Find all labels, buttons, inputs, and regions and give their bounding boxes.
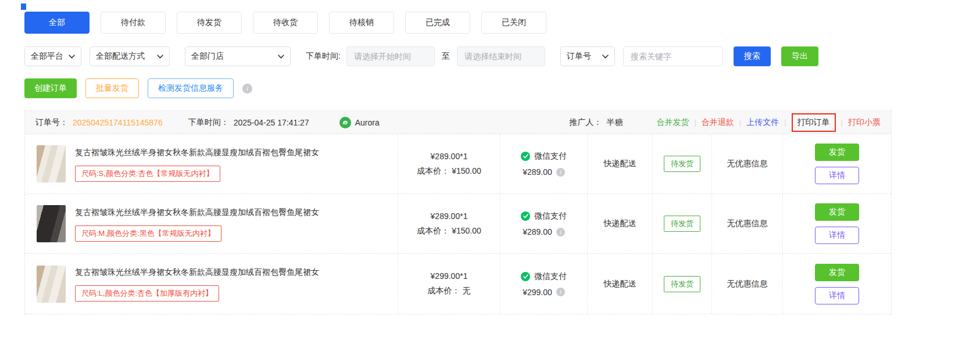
product-image[interactable]: [37, 145, 66, 182]
order-no-value[interactable]: 20250425174115145876: [73, 118, 163, 127]
amount-info-icon[interactable]: i: [556, 168, 565, 177]
product-spec-tag: 尺码:S,颜色分类:杏色【常规版无内衬】: [75, 166, 220, 182]
export-button[interactable]: 导出: [781, 46, 818, 66]
pay-method-line: 微信支付: [521, 151, 567, 162]
order-management-page: 全部 待付款 待发货 待收货 待核销 已完成 已关闭 全部平台 全部配送方式 全…: [0, 0, 980, 314]
price-cell: ¥289.00*1 成本价： ¥150.00: [398, 134, 500, 193]
product-cell: 复古褶皱珠光丝绒半身裙女秋冬新款高腰显瘦加绒百褶包臀鱼尾裙女 尺码:S,颜色分类…: [25, 134, 398, 193]
ship-button[interactable]: 发货: [815, 144, 859, 161]
tab-pending-receipt[interactable]: 待收货: [253, 12, 318, 34]
pay-amount: ¥289.00: [523, 227, 552, 236]
product-title[interactable]: 复古褶皱珠光丝绒半身裙女秋冬新款高腰显瘦加绒百褶包臀鱼尾裙女: [75, 146, 319, 158]
order-item-row: 复古褶皱珠光丝绒半身裙女秋冬新款高腰显瘦加绒百褶包臀鱼尾裙女 尺码:L,颜色分类…: [25, 254, 891, 314]
discount-info: 无优惠信息: [727, 218, 768, 229]
pay-method: 微信支付: [534, 211, 567, 221]
order-time-label: 下单时间：: [188, 117, 229, 128]
order-group-header: 订单号： 20250425174115145876 下单时间： 2025-04-…: [25, 111, 891, 134]
info-icon[interactable]: i: [242, 84, 252, 94]
batch-ship-button[interactable]: 批量发货: [85, 78, 139, 98]
status-cell: 待发货: [653, 194, 712, 253]
print-receipt-link[interactable]: 打印小票: [848, 117, 881, 128]
delivery-cell: 快递配送: [588, 254, 653, 314]
operations-bar: 创建订单 批量发货 检测发货信息服务 i: [24, 78, 980, 98]
aurora-channel-icon: [339, 117, 351, 128]
channel-badge: Aurora: [339, 117, 380, 128]
end-time-input[interactable]: [457, 46, 545, 66]
pay-amount: ¥289.00: [523, 167, 552, 177]
chevron-down-icon: [278, 55, 284, 59]
order-links: 合并发货 | 合并退款 | 上传文件 | 打印订单 | 打印小票: [656, 113, 881, 132]
delivery-cell: 快递配送: [588, 134, 653, 193]
keyword-input[interactable]: [623, 46, 723, 66]
payment-cell: 微信支付 ¥289.00 i: [500, 194, 588, 253]
time-range-to-label: 至: [442, 51, 450, 62]
detail-button[interactable]: 详情: [815, 287, 859, 304]
order-no-label: 订单号：: [35, 117, 68, 128]
print-order-link[interactable]: 打印订单: [797, 117, 830, 127]
search-type-select-value: 订单号: [567, 51, 591, 62]
status-cell: 待发货: [653, 134, 712, 193]
product-spec-tag: 尺码:M,颜色分类:黑色【常规版无内衬】: [75, 225, 221, 242]
pay-method-line: 微信支付: [521, 271, 567, 282]
product-image[interactable]: [37, 266, 66, 303]
detail-button[interactable]: 详情: [815, 167, 859, 184]
tab-pending-verification[interactable]: 待核销: [329, 12, 394, 34]
filter-bar: 全部平台 全部配送方式 全部门店 下单时间: 至 订单号: [24, 46, 980, 66]
upload-file-link[interactable]: 上传文件: [746, 117, 779, 128]
product-info: 复古褶皱珠光丝绒半身裙女秋冬新款高腰显瘦加绒百褶包臀鱼尾裙女 尺码:L,颜色分类…: [75, 266, 319, 302]
product-title[interactable]: 复古褶皱珠光丝绒半身裙女秋冬新款高腰显瘦加绒百褶包臀鱼尾裙女: [75, 266, 319, 278]
chevron-down-icon: [157, 55, 163, 59]
price-cell: ¥299.00*1 成本价： 无: [398, 254, 500, 314]
chevron-down-icon: [69, 55, 75, 59]
ship-button[interactable]: 发货: [815, 264, 859, 281]
detail-button[interactable]: 详情: [815, 227, 859, 244]
link-divider: |: [694, 118, 696, 127]
status-badge: 待发货: [664, 156, 700, 172]
merge-refund-link[interactable]: 合并退款: [702, 117, 734, 128]
delivery-mode-select[interactable]: 全部配送方式: [90, 46, 170, 66]
pay-amount-line: ¥289.00 i: [523, 167, 565, 177]
store-select[interactable]: 全部门店: [185, 46, 291, 66]
row-actions-cell: 发货 详情: [783, 134, 891, 193]
pay-amount-line: ¥299.00 i: [523, 288, 565, 297]
price-cell: ¥289.00*1 成本价： ¥150.00: [398, 194, 500, 253]
amount-info-icon[interactable]: i: [556, 288, 565, 296]
discount-cell: 无优惠信息: [712, 254, 783, 314]
tab-pending-payment[interactable]: 待付款: [101, 12, 166, 34]
order-item-row: 复古褶皱珠光丝绒半身裙女秋冬新款高腰显瘦加绒百褶包臀鱼尾裙女 尺码:M,颜色分类…: [25, 194, 891, 254]
promoter-label: 推广人：: [569, 117, 602, 128]
product-image[interactable]: [37, 205, 66, 242]
delivery-mode-select-value: 全部配送方式: [96, 51, 145, 62]
wechat-pay-icon: [521, 211, 530, 221]
product-cell: 复古褶皱珠光丝绒半身裙女秋冬新款高腰显瘦加绒百褶包臀鱼尾裙女 尺码:L,颜色分类…: [25, 254, 398, 314]
link-divider: |: [739, 118, 741, 127]
platform-select-value: 全部平台: [31, 51, 63, 62]
pay-method-line: 微信支付: [521, 211, 567, 221]
discount-cell: 无优惠信息: [712, 134, 783, 193]
product-cell: 复古褶皱珠光丝绒半身裙女秋冬新款高腰显瘦加绒百褶包臀鱼尾裙女 尺码:M,颜色分类…: [25, 194, 398, 253]
wechat-pay-icon: [521, 152, 530, 161]
delivery-cell: 快递配送: [588, 194, 653, 253]
tab-all[interactable]: 全部: [24, 12, 90, 34]
order-time-value: 2025-04-25 17:41:27: [234, 118, 309, 127]
cost-price: 成本价： ¥150.00: [417, 226, 481, 236]
create-order-button[interactable]: 创建订单: [24, 78, 77, 98]
tab-closed[interactable]: 已关闭: [481, 12, 546, 34]
unit-price: ¥289.00*1: [431, 211, 468, 221]
merge-ship-link[interactable]: 合并发货: [656, 117, 689, 128]
tab-completed[interactable]: 已完成: [405, 12, 470, 34]
delivery-method: 快递配送: [604, 218, 636, 229]
order-status-tabs: 全部 待付款 待发货 待收货 待核销 已完成 已关闭: [24, 12, 980, 34]
ship-button[interactable]: 发货: [815, 203, 859, 221]
promoter-name: 半糖: [606, 117, 623, 128]
check-shipping-service-button[interactable]: 检测发货信息服务: [148, 78, 234, 98]
row-actions-cell: 发货 详情: [783, 254, 891, 314]
status-badge: 待发货: [664, 216, 700, 232]
tab-pending-shipment[interactable]: 待发货: [177, 12, 242, 34]
search-button[interactable]: 搜索: [734, 46, 771, 66]
start-time-input[interactable]: [346, 46, 435, 66]
platform-select[interactable]: 全部平台: [24, 46, 81, 66]
search-type-select[interactable]: 订单号: [560, 46, 615, 66]
amount-info-icon[interactable]: i: [556, 228, 565, 236]
product-title[interactable]: 复古褶皱珠光丝绒半身裙女秋冬新款高腰显瘦加绒百褶包臀鱼尾裙女: [75, 206, 319, 218]
